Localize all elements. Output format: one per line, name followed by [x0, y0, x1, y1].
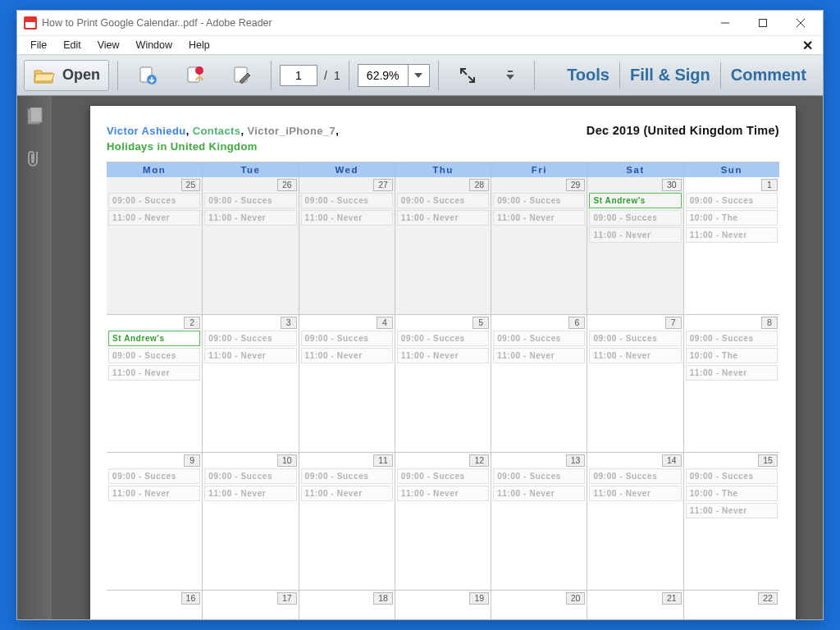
minimize-button[interactable] [706, 11, 744, 34]
calendar-event: 09:00 - Succes [589, 331, 681, 346]
calendar-event: 11:00 - Never [108, 210, 200, 226]
chevron-down-small-icon [499, 64, 522, 87]
attachments-icon[interactable] [25, 148, 43, 173]
calendar-event: 09:00 - Succes [589, 210, 681, 226]
day-number: 30 [662, 179, 682, 191]
calendar-day: 2509:00 - Succes11:00 - Never [107, 177, 203, 314]
pdf-page: Victor Ashiedu, Contacts, Victor_iPhone_… [90, 106, 796, 619]
calendar-day: 17 [203, 591, 299, 619]
close-button[interactable] [782, 11, 819, 34]
holiday-event: St Andrew's [589, 193, 681, 208]
calendar-day: 609:00 - Succes11:00 - Never [491, 315, 587, 452]
day-number: 17 [277, 592, 297, 605]
menubar-close-icon[interactable]: ✕ [797, 38, 818, 53]
thumbnails-icon[interactable] [25, 107, 43, 129]
calendar-day: 18 [299, 591, 395, 619]
calendar-day: 30St Andrew's09:00 - Succes11:00 - Never [587, 177, 683, 314]
calendar-day: 509:00 - Succes11:00 - Never [395, 315, 491, 452]
calendar-day: 1009:00 - Succes11:00 - Never [203, 453, 299, 590]
calendar-event: 09:00 - Succes [397, 468, 489, 484]
day-number: 1 [761, 179, 778, 191]
export-pdf-button[interactable] [126, 60, 167, 91]
day-number: 16 [181, 592, 201, 605]
zoom-combo[interactable] [358, 64, 430, 87]
svg-rect-4 [760, 20, 767, 27]
day-number: 12 [469, 454, 489, 467]
calendar-event: 10:00 - The [686, 486, 778, 501]
maximize-button[interactable] [744, 11, 782, 34]
menu-edit[interactable]: Edit [55, 37, 89, 53]
calendar-day: 1509:00 - Succes10:00 - The11:00 - Never [684, 453, 779, 590]
calendar-event: 09:00 - Succes [589, 468, 681, 484]
fit-icon [456, 64, 479, 87]
create-pdf-button[interactable] [174, 60, 215, 91]
calendar-event: 11:00 - Never [493, 486, 585, 501]
calendar-event: 09:00 - Succes [204, 468, 296, 484]
day-number: 20 [566, 592, 586, 605]
calendar-event: 11:00 - Never [204, 210, 296, 226]
dow-cell: Sat [587, 162, 683, 177]
fit-button[interactable] [447, 60, 488, 91]
menubar: File Edit View Window Help ✕ [17, 35, 823, 55]
calendar-day: 20 [491, 591, 587, 619]
calendar-event: 11:00 - Never [108, 486, 200, 501]
fill-sign-link[interactable]: Fill & Sign [620, 66, 720, 84]
sign-button[interactable] [221, 60, 262, 91]
zoom-input[interactable] [358, 69, 408, 82]
calendar-event: 09:00 - Succes [493, 193, 585, 208]
calendar-day: 909:00 - Succes11:00 - Never [107, 453, 203, 590]
calendar-event: 09:00 - Succes [301, 468, 393, 484]
menu-window[interactable]: Window [128, 37, 180, 53]
day-number: 29 [566, 179, 586, 191]
sign-icon [231, 64, 253, 87]
svg-rect-12 [508, 71, 513, 72]
calendar-event: 11:00 - Never [686, 503, 778, 518]
calendar-event: 11:00 - Never [108, 365, 200, 381]
content-area: Victor Ashiedu, Contacts, Victor_iPhone_… [17, 96, 823, 619]
calendar-day: 2709:00 - Succes11:00 - Never [299, 177, 395, 314]
day-number: 11 [373, 454, 393, 467]
side-rail [17, 96, 52, 619]
day-number: 5 [472, 317, 489, 329]
zoom-dropdown-icon[interactable] [408, 65, 429, 86]
calendar-event: 09:00 - Succes [301, 193, 393, 208]
calendar-event: 10:00 - The [686, 348, 778, 363]
calendar-event: 09:00 - Succes [108, 193, 200, 208]
calendar-week: 2St Andrew's09:00 - Succes11:00 - Never3… [107, 315, 779, 453]
day-number: 15 [758, 454, 778, 467]
menu-file[interactable]: File [22, 37, 55, 53]
menu-help[interactable]: Help [180, 37, 218, 53]
calendar-event: 11:00 - Never [589, 227, 681, 243]
day-number: 8 [761, 317, 778, 329]
calendar-day: 409:00 - Succes11:00 - Never [299, 315, 395, 452]
tools-link[interactable]: Tools [557, 66, 619, 84]
calendar-day: 2St Andrew's09:00 - Succes11:00 - Never [107, 315, 203, 452]
dow-cell: Wed [299, 162, 395, 177]
export-pdf-icon [135, 64, 158, 87]
calendar-day: 22 [684, 591, 779, 619]
calendar-day: 1109:00 - Succes11:00 - Never [299, 453, 395, 590]
toolbar-right-links: Tools Fill & Sign Comment [557, 62, 816, 89]
day-number: 2 [184, 317, 200, 329]
calendar-event: 11:00 - Never [686, 227, 778, 243]
titlebar: How to Print Google Calendar..pdf - Adob… [17, 11, 823, 35]
dow-cell: Sun [684, 162, 779, 177]
day-number: 10 [277, 454, 297, 467]
page-number-input[interactable] [280, 65, 317, 86]
calendar-day: 1209:00 - Succes11:00 - Never [395, 453, 491, 590]
window-title: How to Print Google Calendar..pdf - Adob… [42, 17, 706, 29]
comment-link[interactable]: Comment [721, 66, 816, 84]
open-button[interactable]: Open [24, 60, 109, 91]
day-number: 6 [568, 317, 585, 329]
calendar-day: 109:00 - Succes10:00 - The11:00 - Never [684, 177, 779, 314]
read-mode-button[interactable] [495, 60, 526, 91]
calendar-event: 11:00 - Never [397, 210, 489, 226]
day-number: 21 [662, 592, 682, 605]
document-viewport[interactable]: Victor Ashiedu, Contacts, Victor_iPhone_… [52, 96, 823, 619]
calendar-event: 09:00 - Succes [204, 193, 296, 208]
page-separator: / [324, 69, 327, 82]
calendar-week: 2509:00 - Succes11:00 - Never2609:00 - S… [107, 177, 779, 315]
folder-open-icon [33, 64, 56, 87]
day-number: 7 [665, 317, 682, 329]
menu-view[interactable]: View [89, 37, 128, 53]
